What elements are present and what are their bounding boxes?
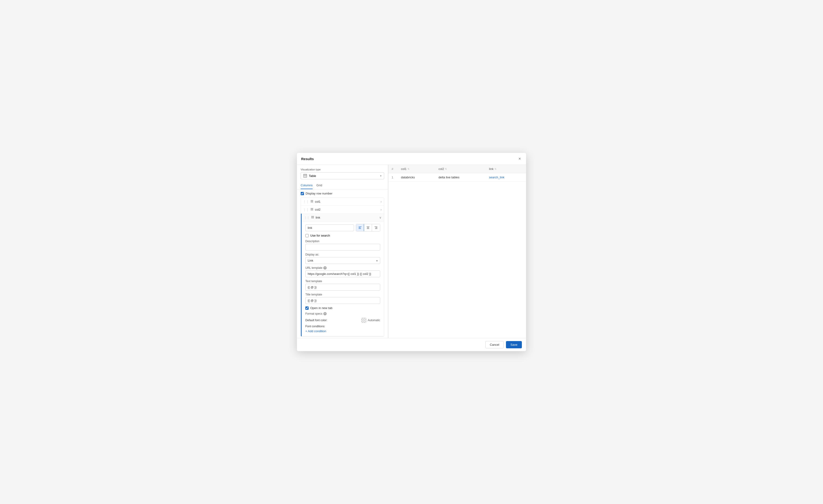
modal-body: Visualization type Tab [297,165,526,338]
display-as-label: Display as: [305,253,380,256]
link-name-align-row [305,224,380,231]
row-num: 1 [388,173,398,182]
font-color-swatch[interactable]: Automatic [361,318,380,323]
column-name-col1: col1 [315,200,381,203]
col1-sort-icon: ⇅ [407,168,409,170]
viz-type-value: Table [309,174,316,178]
row-link-anchor[interactable]: search_link [489,176,505,179]
col1-chevron-icon: › [381,200,381,203]
use-for-search-checkbox[interactable] [305,234,309,237]
table-row: 1 databricks delta live tables search_li… [388,173,526,182]
viz-select-chevron: ▾ [380,174,381,177]
close-button[interactable]: × [517,156,522,161]
modal-footer: Cancel Save [297,338,526,351]
column-name-link: link [316,216,379,219]
link-column-detail: Use for search Description Display as: [302,222,384,336]
columns-section: Display row number ⋮⋮ [297,189,388,338]
description-group: Description [305,239,380,250]
align-right-button[interactable] [372,224,380,231]
row-col1: databricks [398,173,435,182]
align-buttons [356,224,380,231]
drag-handle-col1: ⋮⋮ [303,200,309,203]
column-item-col1[interactable]: ⋮⋮ [301,198,384,206]
align-center-button[interactable] [364,224,372,231]
format-specs-label-row: Format specs ? [305,312,380,315]
table-header-link[interactable]: link ⇅ [486,165,526,173]
add-condition-button[interactable]: + Add condition [305,329,326,333]
tab-columns[interactable]: Columns [301,182,313,189]
link-sort-icon: ⇅ [494,168,496,170]
tabs-row: Columns Grid [297,182,388,189]
drag-handle-col2: ⋮⋮ [303,208,309,211]
column-list: ⋮⋮ [301,197,384,337]
text-template-input[interactable] [305,284,380,291]
description-input[interactable] [305,244,380,250]
col-type-icon-link [311,215,314,219]
table-header-col2[interactable]: col2 ⇅ [435,165,486,173]
display-row-number-checkbox[interactable] [301,192,304,195]
svg-rect-0 [304,174,307,177]
left-scroll-area: Visualization type Tab [297,165,388,338]
display-as-select[interactable]: Link Text Image [305,257,380,264]
column-item-col2[interactable]: ⋮⋮ [301,206,384,214]
drag-handle-link: ⋮⋮ [304,216,310,219]
title-template-input[interactable] [305,297,380,304]
results-table: # col1 ⇅ col2 ⇅ [388,165,526,182]
col-type-icon-col2 [310,208,314,211]
right-panel: # col1 ⇅ col2 ⇅ [388,165,526,338]
display-as-group: Display as: Link Text Image [305,253,380,264]
table-header-hash: # [388,165,398,173]
open-new-tab-checkbox[interactable] [305,307,309,310]
open-new-tab-label: Open in new tab [310,306,332,310]
save-button[interactable]: Save [506,341,522,348]
open-new-tab-row: Open in new tab [305,306,380,310]
col-type-icon-col1 [310,200,314,204]
font-color-row: Default font color: Automatic [305,318,380,323]
tab-grid[interactable]: Grid [316,182,322,189]
url-template-help-icon: ? [323,266,327,270]
column-item-link-wrapper: ⋮⋮ [301,214,384,336]
column-name-col2: col2 [315,208,381,211]
url-template-input[interactable] [305,271,380,277]
table-header-row: # col1 ⇅ col2 ⇅ [388,165,526,173]
format-specs-help-icon: ? [323,312,327,315]
row-col2: delta live tables [435,173,486,182]
modal-header: Results × [297,153,526,165]
col2-sort-icon: ⇅ [445,168,447,170]
description-label: Description [305,239,380,243]
display-row-number-row: Display row number [301,192,384,195]
format-specs-label: Format specs [305,312,322,315]
font-conditions-label: Font conditions: [305,325,380,328]
row-link: search_link [486,173,526,182]
display-row-number-label: Display row number [306,192,332,195]
use-for-search-row: Use for search [305,234,380,237]
link-chevron-icon: ∨ [379,216,381,219]
cancel-button[interactable]: Cancel [485,341,504,348]
title-template-group: Title template [305,293,380,304]
url-template-group: URL template ? [305,266,380,277]
font-color-label: Default font color: [305,319,327,322]
font-color-value: Automatic [368,319,380,322]
column-item-link[interactable]: ⋮⋮ [302,214,384,222]
link-name-input[interactable] [305,224,354,231]
table-viz-icon [303,174,307,178]
align-left-button[interactable] [356,224,364,231]
left-panel: Visualization type Tab [297,165,388,338]
viz-type-section: Visualization type Tab [297,165,388,182]
viz-type-select[interactable]: Table ▾ [301,172,384,179]
col2-chevron-icon: › [381,208,381,211]
results-modal: Results × Visualization type [297,153,526,351]
modal-title: Results [301,157,314,161]
display-as-select-wrapper: Link Text Image [305,257,380,264]
title-template-label: Title template [305,293,380,296]
table-header-col1[interactable]: col1 ⇅ [398,165,435,173]
viz-type-label: Visualization type [301,168,384,171]
text-template-label: Text template [305,280,380,283]
color-swatch-box [361,318,366,323]
use-for-search-label: Use for search [310,234,330,237]
text-template-group: Text template [305,280,380,291]
url-template-label: URL template ? [305,266,380,270]
